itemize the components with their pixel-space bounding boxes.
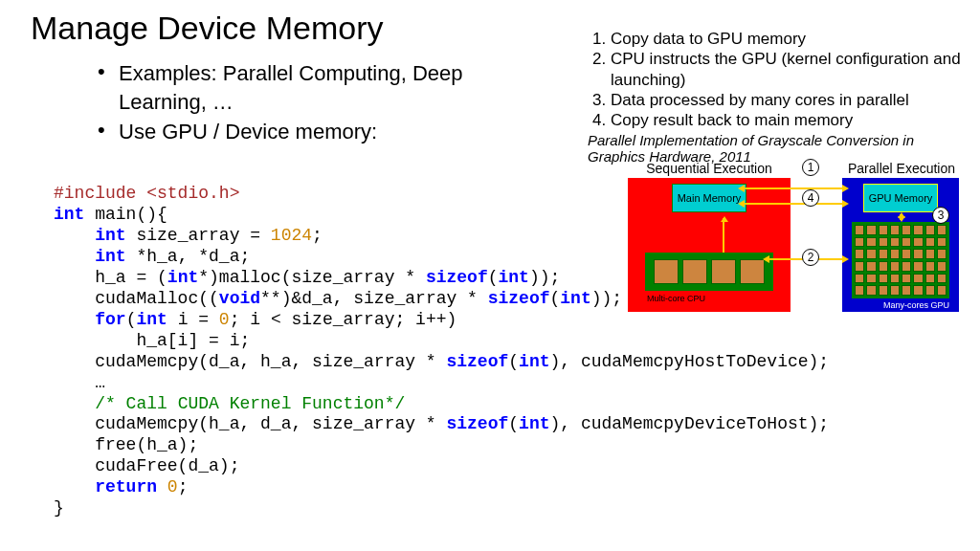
gpu-core (925, 237, 935, 248)
gpu-core (879, 261, 888, 272)
gpu-core (925, 285, 935, 296)
gpu-core (937, 274, 947, 284)
gpu-core (890, 285, 900, 296)
gpu-mem-arrow (900, 214, 902, 220)
steps-list: Copy data to GPU memory CPU instructs th… (611, 29, 961, 130)
gpu-core (902, 237, 911, 248)
gpu-core (879, 237, 888, 248)
right-column: Copy data to GPU memory CPU instructs th… (588, 29, 961, 165)
bullet-list: Examples: Parallel Computing, Deep Learn… (98, 59, 555, 146)
manycore-label: Many-cores GPU (883, 300, 949, 310)
gpu-core (925, 261, 935, 272)
step-item: Copy data to GPU memory (611, 29, 961, 49)
step-2-icon: 2 (802, 249, 819, 266)
gpu-core (855, 285, 864, 296)
gpu-core (913, 237, 923, 248)
gpu-core (866, 274, 876, 284)
gpu-core (902, 274, 911, 284)
gpu-core (902, 261, 911, 272)
gpu-box: GPU Memory Many-cores GPU (842, 178, 959, 312)
gpu-core (855, 249, 864, 259)
gpu-core (866, 225, 876, 235)
gpu-core (890, 237, 900, 248)
step-4-icon: 4 (802, 189, 819, 207)
gpu-core (866, 285, 876, 296)
bullet-item: Examples: Parallel Computing, Deep Learn… (98, 59, 555, 116)
gpu-core (913, 249, 923, 259)
gpu-core (890, 261, 900, 272)
gpu-core (902, 249, 911, 259)
gpu-core (866, 261, 876, 272)
code-block: #include <stdio.h> int main(){ int size_… (54, 184, 829, 519)
gpu-core (937, 225, 947, 235)
gpu-core (913, 225, 923, 235)
gpu-core (902, 285, 911, 296)
gpu-core (913, 285, 923, 296)
gpu-core (879, 285, 888, 296)
gpu-core (925, 225, 935, 235)
gpu-core (866, 237, 876, 248)
gpu-core (879, 225, 888, 235)
gpu-core (890, 225, 900, 235)
gpu-core (937, 285, 947, 296)
gpu-core (937, 261, 947, 272)
gpu-core (855, 274, 864, 284)
gpu-core (866, 249, 876, 259)
gpu-core (937, 249, 947, 259)
gpu-chip (852, 222, 949, 298)
gpu-core (879, 274, 888, 284)
gpu-core (879, 249, 888, 259)
gpu-core (855, 237, 864, 248)
left-column: Examples: Parallel Computing, Deep Learn… (57, 59, 555, 148)
step-item: CPU instructs the GPU (kernel configurat… (611, 49, 961, 90)
step-item: Data processed by many cores in parallel (611, 90, 961, 110)
gpu-core (913, 274, 923, 284)
gpu-core (925, 274, 935, 284)
step-3-icon: 3 (932, 207, 949, 224)
parallel-label: Parallel Execution (844, 161, 959, 176)
gpu-core (913, 261, 923, 272)
gpu-core (855, 261, 864, 272)
gpu-core (890, 249, 900, 259)
gpu-core (902, 225, 911, 235)
bullet-item: Use GPU / Device memory: (98, 118, 555, 146)
sequential-label: Sequential Execution (628, 161, 791, 176)
gpu-core (890, 274, 900, 284)
step-item: Copy result back to main memory (611, 110, 961, 130)
gpu-core (855, 225, 864, 235)
step-1-icon: 1 (802, 159, 819, 176)
gpu-core (925, 249, 935, 259)
gpu-core (937, 237, 947, 248)
